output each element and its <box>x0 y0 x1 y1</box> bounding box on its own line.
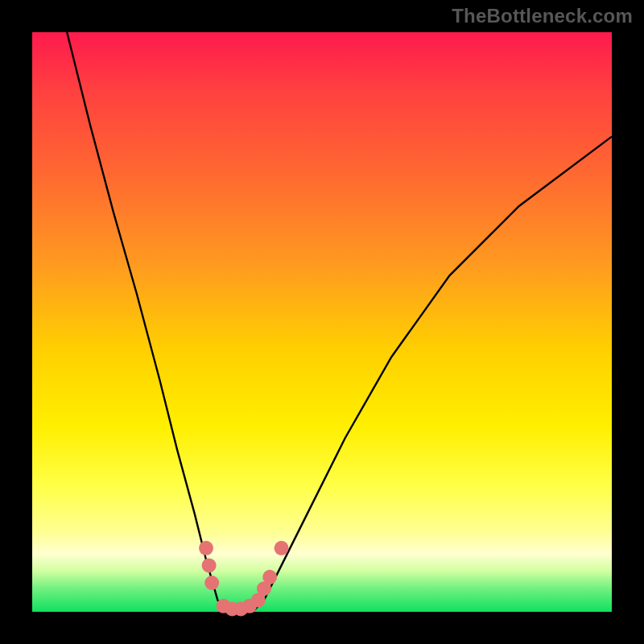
chart-frame: TheBottleneck.com <box>0 0 644 644</box>
bottleneck-curve <box>67 32 612 612</box>
marker-point <box>275 541 289 555</box>
marker-point <box>202 558 217 572</box>
chart-overlay-svg <box>32 32 612 612</box>
plot-area <box>32 32 612 612</box>
watermark-text: TheBottleneck.com <box>452 5 633 27</box>
marker-point <box>199 541 213 555</box>
marker-point <box>262 570 277 584</box>
marker-point <box>204 576 219 590</box>
marker-group <box>199 541 289 617</box>
